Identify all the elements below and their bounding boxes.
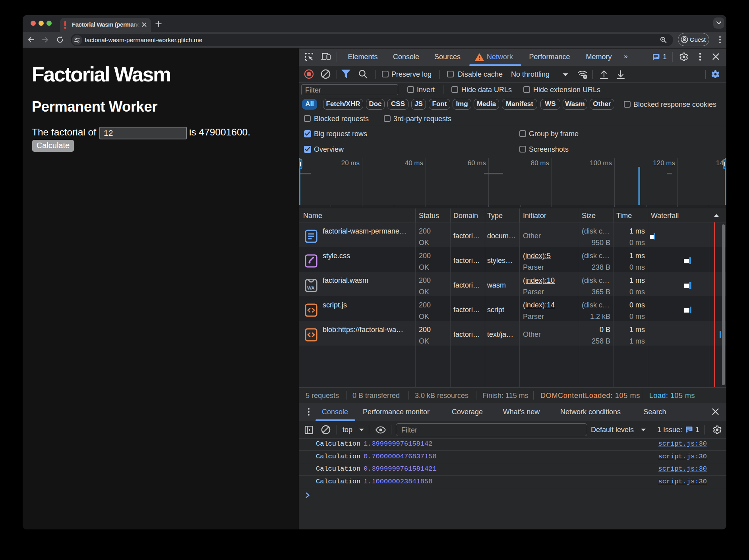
svg-text:WA: WA	[307, 286, 315, 290]
